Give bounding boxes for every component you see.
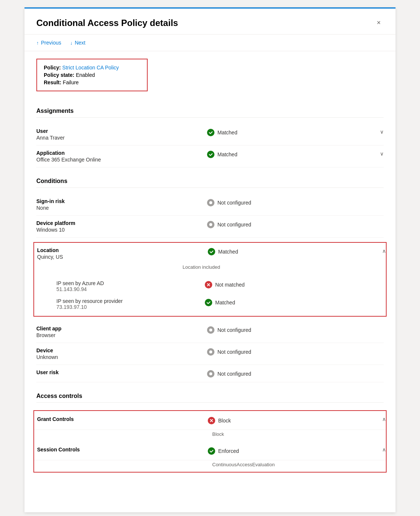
device-platform-icon [207, 221, 214, 228]
location-note: Location included [34, 264, 386, 270]
grant-controls-label: Grant Controls [37, 416, 208, 422]
device-platform-status: Not configured [207, 220, 384, 228]
resource-provider-ip-row: IP seen by resource provider 73.193.97.1… [56, 295, 383, 313]
conditions-divider [36, 187, 384, 188]
signin-risk-row: Sign-in risk None Not configured [36, 194, 384, 216]
session-controls-icon [208, 447, 215, 455]
policy-state-line: Policy state: Enabled [44, 72, 140, 78]
signin-risk-icon [207, 199, 214, 206]
azure-ad-ip-icon [205, 281, 212, 288]
access-controls-divider [36, 402, 384, 403]
application-status-icon [207, 151, 214, 158]
azure-ad-ip-value: 51.143.90.94 [56, 286, 205, 292]
device-status-label: Not configured [217, 349, 251, 355]
user-risk-status: Not configured [207, 369, 384, 378]
azure-ad-ip-status-label: Not matched [215, 282, 245, 288]
signin-risk-subtitle: None [36, 205, 207, 211]
location-status-label: Matched [218, 249, 238, 255]
session-controls-label: Session Controls [37, 447, 208, 453]
device-platform-row: Device platform Windows 10 Not configure… [36, 216, 384, 238]
resource-provider-ip-value: 73.193.97.10 [56, 304, 205, 310]
user-chevron[interactable]: ∨ [380, 129, 384, 135]
session-controls-chevron[interactable]: ∧ [382, 447, 386, 453]
application-status: Matched [207, 150, 384, 158]
user-row: User Anna Traver Matched ∨ [36, 124, 384, 146]
resource-provider-ip-title: IP seen by resource provider [56, 298, 205, 304]
user-title: User [36, 128, 207, 134]
session-controls-note: ContinuousAccessEvaluation [34, 460, 386, 472]
azure-ad-ip-row: IP seen by Azure AD 51.143.90.94 Not mat… [56, 277, 383, 295]
svg-point-4 [209, 372, 212, 375]
signin-risk-label: Sign-in risk None [36, 198, 207, 211]
azure-ad-ip-status: Not matched [205, 280, 383, 288]
next-button[interactable]: ↓ Next [70, 40, 85, 46]
panel: Conditional Access Policy details × ↑ Pr… [24, 7, 396, 512]
client-app-icon [207, 326, 214, 334]
application-status-label: Matched [217, 151, 237, 157]
previous-button[interactable]: ↑ Previous [36, 40, 61, 46]
next-label: Next [75, 40, 85, 46]
grant-controls-row: Grant Controls Block ∧ [34, 411, 386, 430]
grant-controls-note: Block [34, 430, 386, 441]
previous-arrow: ↑ [36, 40, 39, 46]
resource-provider-ip-label: IP seen by resource provider 73.193.97.1… [56, 298, 205, 310]
assignments-section-title: Assignments [36, 108, 384, 114]
signin-risk-title: Sign-in risk [36, 198, 207, 204]
grant-controls-status-label: Block [218, 418, 231, 424]
resource-provider-ip-status-label: Matched [215, 300, 235, 306]
client-app-title: Client app [36, 326, 207, 332]
policy-result-value: Failure [63, 79, 79, 85]
user-status-label: Matched [217, 130, 237, 135]
policy-name-line: Policy: Strict Location CA Policy [44, 65, 140, 71]
previous-label: Previous [41, 40, 61, 46]
signin-risk-status-label: Not configured [217, 200, 251, 206]
location-status: Matched [208, 247, 383, 255]
nav-bar: ↑ Previous ↓ Next [24, 35, 396, 51]
grant-controls-status: Block [208, 416, 383, 424]
application-chevron[interactable]: ∨ [380, 151, 384, 157]
user-risk-row: User risk Not configured [36, 365, 384, 382]
user-risk-label: User risk [36, 369, 207, 376]
user-subtitle: Anna Traver [36, 135, 207, 141]
policy-result-label: Result: [44, 79, 61, 85]
svg-point-3 [209, 350, 212, 353]
session-controls-row: Session Controls Enforced ∧ [34, 441, 386, 460]
client-app-status: Not configured [207, 326, 384, 334]
user-risk-icon [207, 370, 214, 378]
application-title: Application [36, 150, 207, 156]
access-controls-box: Grant Controls Block ∧ Block Session [33, 410, 387, 473]
application-row: Application Office 365 Exchange Online M… [36, 146, 384, 167]
signin-risk-status: Not configured [207, 198, 384, 206]
device-row: Device Unknown Not configured [36, 343, 384, 365]
close-button[interactable]: × [374, 17, 384, 28]
session-controls-status: Enforced [208, 447, 383, 455]
policy-link[interactable]: Strict Location CA Policy [62, 65, 119, 71]
device-icon [207, 348, 214, 356]
grant-controls-icon [208, 417, 215, 424]
panel-header: Conditional Access Policy details × [24, 9, 396, 35]
client-app-status-label: Not configured [217, 327, 251, 333]
application-subtitle: Office 365 Exchange Online [36, 157, 207, 163]
assignments-divider [36, 117, 384, 118]
location-main-row: Location Quincy, US Matched ∧ [34, 243, 386, 264]
location-sub-section: IP seen by Azure AD 51.143.90.94 Not mat… [34, 274, 386, 316]
device-platform-subtitle: Windows 10 [36, 227, 207, 233]
session-controls-status-label: Enforced [218, 448, 239, 454]
device-platform-status-label: Not configured [217, 222, 251, 228]
user-status-icon [207, 129, 214, 136]
policy-info-box: Policy: Strict Location CA Policy Policy… [36, 59, 148, 91]
policy-state-label: Policy state: [44, 72, 74, 78]
azure-ad-ip-title: IP seen by Azure AD [56, 280, 205, 286]
client-app-row: Client app Browser Not configured [36, 321, 384, 343]
policy-label: Policy: [44, 65, 61, 71]
next-arrow: ↓ [70, 40, 73, 46]
grant-controls-chevron[interactable]: ∧ [382, 416, 386, 422]
policy-result-line: Result: Failure [44, 79, 140, 85]
location-chevron[interactable]: ∧ [382, 248, 386, 254]
svg-point-2 [209, 329, 212, 332]
user-risk-title: User risk [36, 369, 207, 375]
device-subtitle: Unknown [36, 354, 207, 360]
client-app-subtitle: Browser [36, 332, 207, 338]
device-title: Device [36, 347, 207, 353]
user-risk-status-label: Not configured [217, 371, 251, 377]
